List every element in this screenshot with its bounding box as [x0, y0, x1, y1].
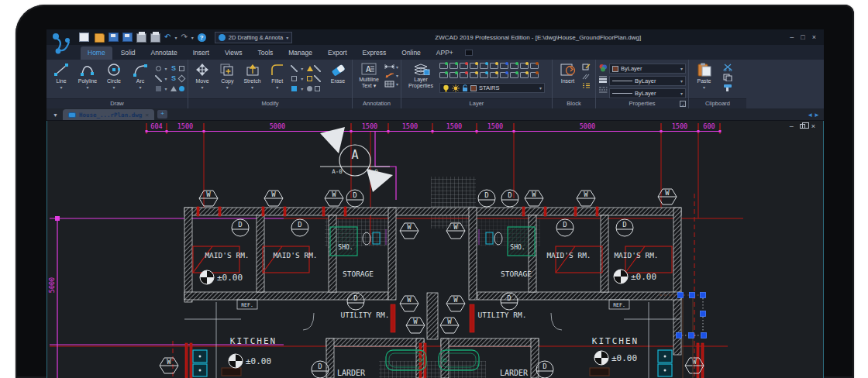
- svg-text:MAID'S RM.: MAID'S RM.: [614, 251, 658, 259]
- color-swatch: [612, 66, 618, 72]
- tab-tools[interactable]: Tools: [250, 46, 280, 60]
- multiline-text-button[interactable]: A Multiline Text ▾: [355, 61, 383, 88]
- svg-text:KITCHEN: KITCHEN: [592, 336, 639, 346]
- modify-extra-tools[interactable]: ▾ ▾ ▾: [291, 64, 322, 94]
- svg-text:STORAGE: STORAGE: [343, 270, 374, 278]
- circle-button[interactable]: Circle▾: [102, 61, 126, 91]
- line-button[interactable]: Line▾: [49, 61, 74, 91]
- copy-clip-icon: [723, 74, 732, 81]
- magenta-grip[interactable]: [55, 216, 60, 221]
- workspace-name: 2D Drafting & Annota: [229, 34, 283, 41]
- svg-text:A-0: A-0: [367, 168, 378, 175]
- svg-text:604: 604: [150, 122, 162, 130]
- bulb-icon: [443, 84, 450, 92]
- drawing-restore-button[interactable]: [800, 124, 805, 129]
- svg-text:SHO.: SHO.: [510, 244, 525, 251]
- erase-button[interactable]: Erase: [326, 61, 350, 84]
- polyline-button[interactable]: Polyline▾: [75, 61, 100, 91]
- properties-tools[interactable]: [598, 61, 608, 94]
- svg-text:W: W: [453, 223, 458, 231]
- stretch-button[interactable]: Stretch▾: [240, 61, 264, 91]
- svg-text:D: D: [353, 294, 357, 302]
- layer-combo[interactable]: STAIRS ▾: [439, 83, 545, 93]
- print-icon[interactable]: [136, 33, 146, 43]
- undo-button[interactable]: ↶: [164, 33, 170, 42]
- layer-tools[interactable]: [439, 63, 545, 81]
- tab-annotate[interactable]: Annotate: [144, 46, 184, 60]
- ribbon: Line▾ Polyline▾ Circle▾ Arc▾ ▾S ▾S: [46, 60, 824, 108]
- fillet-button[interactable]: Fillet▾: [266, 61, 289, 91]
- dwg-file-icon: [68, 112, 76, 118]
- help-icon[interactable]: ?: [198, 33, 206, 42]
- drawing-close-button[interactable]: ×: [811, 122, 815, 130]
- annotation-tools[interactable]: ▾ ▾ ▾: [384, 61, 398, 88]
- svg-text:W: W: [407, 296, 412, 304]
- tab-home[interactable]: Home: [81, 46, 112, 60]
- svg-text:MAID'S RM.: MAID'S RM.: [205, 251, 249, 259]
- new-drawing-button[interactable]: +: [157, 110, 167, 119]
- svg-text:SHO.: SHO.: [338, 244, 353, 251]
- panel-label-annotation: Annotation: [353, 98, 401, 108]
- tab-views[interactable]: Views: [218, 46, 250, 60]
- panel-label-modify: Modify: [188, 98, 352, 108]
- panel-label-draw: Draw: [46, 98, 188, 108]
- insert-button[interactable]: Insert: [555, 61, 580, 84]
- drawing-canvas[interactable]: – ×: [46, 121, 824, 378]
- svg-text:A-0: A-0: [332, 168, 343, 175]
- tab-insert[interactable]: Insert: [186, 46, 216, 60]
- doc-tab-menu-icon[interactable]: ▼: [53, 112, 58, 118]
- tab-app-plus[interactable]: APP+: [429, 46, 460, 60]
- layer-properties-button[interactable]: Layer Properties: [404, 61, 438, 88]
- tab-online[interactable]: Online: [394, 46, 428, 60]
- block-tools[interactable]: [582, 61, 591, 89]
- lineweight-combo[interactable]: ByLayer ▾: [609, 76, 686, 86]
- plot-preview-icon[interactable]: [150, 33, 160, 43]
- redo-button[interactable]: ↷: [181, 33, 187, 42]
- drawing-minimize-button[interactable]: –: [790, 122, 794, 130]
- svg-text:D: D: [507, 294, 511, 302]
- svg-text:W: W: [447, 318, 452, 325]
- properties-launcher-icon[interactable]: ⌟: [680, 101, 686, 107]
- tab-export[interactable]: Export: [321, 46, 354, 60]
- svg-text:W: W: [453, 296, 458, 304]
- svg-text:5000: 5000: [580, 122, 595, 130]
- color-combo[interactable]: ByLayer ▾: [609, 64, 686, 74]
- tab-manage[interactable]: Manage: [281, 46, 319, 60]
- svg-text:±0.00: ±0.00: [246, 356, 271, 366]
- undo-dropdown[interactable]: ▾: [174, 35, 177, 40]
- linetype-combo[interactable]: ByLayer ▾: [609, 88, 686, 98]
- draw-extra-tools[interactable]: ▾S ▾S ▾: [154, 64, 185, 94]
- svg-text:MAID'S RM.: MAID'S RM.: [546, 251, 591, 259]
- tab-solid[interactable]: Solid: [114, 46, 143, 60]
- panel-scroll-arrows-icon[interactable]: ◄►: [807, 112, 821, 119]
- move-button[interactable]: Move▾: [191, 61, 214, 91]
- paste-button[interactable]: Paste▾: [691, 61, 717, 91]
- panel-layer: Layer Properties STAIRS ▾: [401, 60, 553, 108]
- save-as-icon[interactable]: [122, 33, 133, 42]
- arc-button[interactable]: Arc▾: [128, 61, 153, 91]
- svg-text:LARDER: LARDER: [337, 369, 366, 377]
- svg-text:W: W: [332, 191, 336, 198]
- clipboard-tools[interactable]: [723, 61, 732, 91]
- ribbon-tab-bar: Home Solid Annotate Insert Views Tools M…: [46, 45, 824, 60]
- panel-clipboard: Paste▾ Clipboard: [689, 60, 746, 108]
- document-tab[interactable]: House_...rPlan.dwg ✕: [63, 109, 154, 120]
- minimize-button[interactable]: –: [790, 33, 794, 41]
- svg-text:W: W: [413, 318, 418, 325]
- panel-properties: ByLayer ▾ ByLayer ▾ ByLayer ▾: [596, 60, 689, 108]
- svg-text:LARDER: LARDER: [500, 369, 529, 377]
- copy-button[interactable]: Copy▾: [215, 61, 239, 91]
- close-button[interactable]: ×: [812, 33, 816, 41]
- redo-dropdown[interactable]: ▾: [191, 35, 194, 40]
- tab-express[interactable]: Express: [356, 46, 394, 60]
- svg-text:REF.: REF.: [613, 302, 625, 308]
- open-file-icon[interactable]: [95, 33, 105, 43]
- ribbon-minimize-icon[interactable]: [465, 50, 473, 56]
- new-file-icon[interactable]: [79, 33, 89, 42]
- svg-text:D: D: [563, 221, 567, 229]
- window-title: ZWCAD 2019 Professional Edition - [E:\dw…: [292, 34, 790, 41]
- save-icon[interactable]: [108, 33, 119, 42]
- close-tab-icon[interactable]: ✕: [145, 112, 149, 119]
- maximize-button[interactable]: □: [801, 33, 804, 41]
- workspace-switcher[interactable]: 2D Drafting & Annota ▾: [215, 32, 292, 43]
